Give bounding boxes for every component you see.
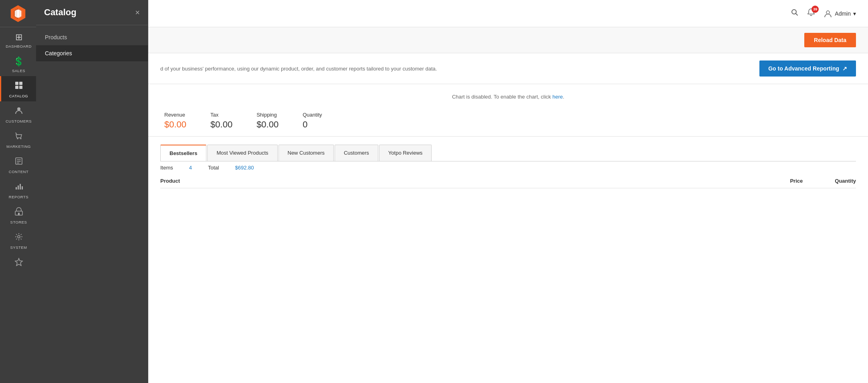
svg-point-11 [17,107,20,111]
flyout-item-categories[interactable]: Categories [36,45,148,61]
stats-row: Revenue $0.00 Tax $0.00 Shipping $0.00 Q… [160,112,856,130]
svg-point-13 [20,138,21,139]
sidebar-item-label: STORES [10,220,27,224]
top-header: 39 Admin ▾ [148,0,868,27]
chart-disabled-message: Chart is disabled. To enable the chart, … [160,94,856,100]
admin-dropdown-icon: ▾ [853,10,856,17]
svg-point-24 [18,236,20,238]
reports-icon [14,182,23,193]
admin-label: Admin [835,10,851,17]
sales-icon: 💲 [13,56,24,67]
tab-new-customers[interactable]: New Customers [279,145,334,161]
stores-icon [14,207,23,218]
flyout-close-button[interactable]: × [135,8,140,17]
tab-new-customers-label: New Customers [288,150,325,156]
stat-revenue-value: $0.00 [164,119,186,130]
svg-rect-4 [17,9,19,17]
sidebar-item-label: CONTENT [9,169,28,174]
sidebar-item-catalog[interactable]: CATALOG [0,76,36,101]
table-col-price: Price [790,178,803,184]
stat-quantity-label: Quantity [303,112,322,118]
sidebar-item-find-partners[interactable] [0,253,36,274]
flyout-menu: Products Categories [36,25,148,65]
flyout-panel: Catalog × Products Categories [36,0,148,383]
sidebar-item-stores[interactable]: STORES [0,202,36,228]
summary-row: Items 4 Total $692.80 [148,161,868,174]
tab-most-viewed-label: Most Viewed Products [216,150,268,156]
dashboard-icon: ⊞ [15,32,22,42]
chart-disabled-text: Chart is disabled. To enable the chart, … [452,94,551,100]
sidebar-item-content[interactable]: CONTENT [0,152,36,177]
tab-bestsellers[interactable]: Bestsellers [160,145,206,161]
sidebar-item-label: DASHBOARD [6,44,32,48]
tab-bestsellers-label: Bestsellers [170,150,197,156]
svg-rect-9 [15,86,18,89]
advanced-reporting-button[interactable]: Go to Advanced Reporting ↗ [759,60,856,77]
svg-marker-25 [15,258,22,266]
sidebar-item-label: SYSTEM [10,245,27,250]
tab-customers-label: Customers [344,150,369,156]
svg-rect-17 [17,163,19,163]
stat-quantity-value: 0 [303,119,322,130]
admin-avatar-icon [824,9,832,18]
sidebar-item-label: CUSTOMERS [6,119,32,123]
svg-rect-15 [17,159,21,160]
svg-rect-20 [20,184,21,189]
sidebar-item-sales[interactable]: 💲 SALES [0,52,36,76]
magento-logo-icon [10,5,26,22]
summary-items: Items [160,165,173,171]
stat-revenue: Revenue $0.00 [164,112,186,130]
sidebar-logo [0,0,36,27]
svg-rect-23 [18,213,20,215]
summary-total-value: $692.80 [235,165,254,171]
external-link-icon: ↗ [842,65,847,72]
sidebar-item-system[interactable]: SYSTEM [0,228,36,253]
chart-section: Chart is disabled. To enable the chart, … [148,84,868,137]
svg-rect-21 [22,186,23,189]
sidebar-item-label: SALES [12,69,25,73]
stat-tax-label: Tax [210,112,232,118]
advanced-reporting-banner: d of your business' performance, using o… [148,53,868,84]
chart-enable-link[interactable]: here [552,94,563,100]
sidebar-item-dashboard[interactable]: ⊞ DASHBOARD [0,27,36,52]
stat-shipping-value: $0.00 [256,119,279,130]
catalog-icon [14,81,23,92]
summary-total-label: Total [208,165,219,171]
svg-rect-8 [19,82,22,85]
flyout-item-products[interactable]: Products [36,29,148,45]
flyout-header: Catalog × [36,0,148,25]
tabs-section: Bestsellers Most Viewed Products New Cus… [148,137,868,161]
stat-tax-value: $0.00 [210,119,232,130]
sidebar-item-customers[interactable]: CUSTOMERS [0,101,36,127]
tab-most-viewed[interactable]: Most Viewed Products [207,145,277,161]
marketing-icon [14,131,23,143]
svg-point-12 [17,138,18,139]
svg-rect-7 [15,82,18,85]
admin-menu-button[interactable]: Admin ▾ [824,9,856,18]
content-icon [14,157,23,168]
tabs-row: Bestsellers Most Viewed Products New Cus… [160,145,856,161]
bottom-table: Product Price Quantity [148,174,868,188]
sidebar-item-label: MARKETING [6,144,31,149]
sidebar-item-label: REPORTS [9,195,28,199]
svg-point-27 [826,11,830,14]
svg-rect-10 [19,86,22,89]
table-header-row: Product Price Quantity [160,174,856,188]
stat-revenue-label: Revenue [164,112,186,118]
sidebar-item-label: CATALOG [9,94,28,98]
sidebar: ⊞ DASHBOARD 💲 SALES CATALOG CUSTOMERS MA… [0,0,36,383]
advanced-reporting-text: d of your business' performance, using o… [160,66,759,72]
stat-shipping: Shipping $0.00 [256,112,279,130]
svg-rect-16 [17,161,21,162]
sidebar-item-marketing[interactable]: MARKETING [0,127,36,152]
search-icon [791,8,799,16]
search-button[interactable] [791,8,799,18]
notifications-button[interactable]: 39 [807,8,816,19]
tab-yotpo[interactable]: Yotpo Reviews [379,145,432,161]
main-content: 39 Admin ▾ Reload Data d of your busines… [148,0,868,383]
summary-items-label: Items [160,165,173,171]
stat-tax: Tax $0.00 [210,112,232,130]
sidebar-item-reports[interactable]: REPORTS [0,177,36,202]
tab-customers[interactable]: Customers [335,145,378,161]
reload-data-button[interactable]: Reload Data [804,33,856,47]
